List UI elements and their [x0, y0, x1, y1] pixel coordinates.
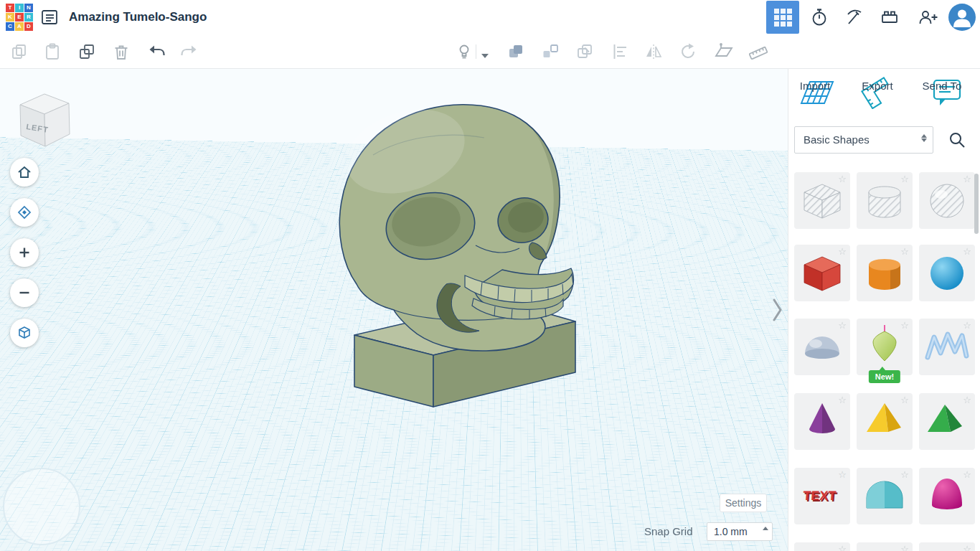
shape-category-select[interactable]: Basic Shapes	[794, 126, 933, 154]
redo-icon[interactable]	[179, 42, 198, 64]
group-colors-icon[interactable]	[575, 42, 594, 64]
shape-tile-box-hole[interactable]: ☆	[794, 172, 850, 229]
shape-tile-paraboloid[interactable]: ☆	[919, 468, 975, 524]
shape-tile-cone[interactable]: ☆	[794, 393, 850, 450]
logo-letter: I	[15, 4, 24, 12]
shape-tile-sphere[interactable]: ☆	[919, 245, 975, 301]
lightbulb-caret-icon[interactable]	[481, 49, 489, 62]
shape-tile-text[interactable]: ☆ TEXT TEXT	[794, 468, 850, 524]
perspective-toggle-button[interactable]	[10, 319, 39, 347]
tinkercad-logo[interactable]: T I N K E R C A D	[6, 4, 33, 31]
logo-letter: K	[6, 13, 14, 22]
pickaxe-icon[interactable]	[844, 7, 864, 30]
stopwatch-icon[interactable]	[809, 7, 829, 30]
snap-grid-label: Snap Grid	[644, 522, 693, 541]
shapes-panel: Basic Shapes ☆ ☆	[788, 69, 980, 551]
search-shapes-icon[interactable]	[948, 131, 968, 151]
ruler-icon[interactable]	[749, 42, 768, 64]
align-icon[interactable]	[611, 42, 630, 64]
copy-icon[interactable]	[10, 42, 29, 64]
fit-view-button[interactable]	[10, 198, 39, 227]
shape-tile-tetrahedron[interactable]: ☆	[919, 393, 975, 450]
panel-scrollbar[interactable]	[974, 174, 979, 234]
shape-tile-scribble[interactable]: ☆	[919, 319, 975, 375]
zoom-out-button[interactable]	[10, 278, 39, 307]
shape-tile-top[interactable]: ☆ New!	[857, 319, 913, 375]
send-to-button[interactable]: Send To	[915, 76, 969, 96]
workplane-icon[interactable]	[715, 42, 733, 64]
logo-letter: R	[24, 13, 33, 22]
logo-letter: A	[15, 22, 24, 31]
export-button[interactable]: Export	[855, 76, 900, 96]
logo-letter: D	[24, 22, 33, 31]
logo-letter: E	[15, 13, 24, 22]
viewport-3d[interactable]: LEFT	[0, 69, 788, 551]
flip-icon[interactable]	[644, 42, 663, 64]
new-badge: New!	[869, 370, 900, 383]
brick-icon[interactable]	[880, 7, 900, 30]
account-avatar[interactable]	[948, 4, 976, 31]
collapse-panel-chevron-icon[interactable]	[772, 297, 783, 326]
group-icon[interactable]	[507, 42, 525, 64]
home-view-button[interactable]	[10, 158, 39, 187]
shape-tile[interactable]: ☆	[794, 542, 850, 551]
snap-grid-select[interactable]: 1.0 mm	[707, 522, 773, 541]
settings-button[interactable]: Settings	[720, 494, 767, 512]
favorite-star-icon[interactable]: ☆	[900, 544, 909, 551]
logo-letter: T	[6, 4, 14, 12]
delete-icon[interactable]	[112, 42, 131, 64]
import-button[interactable]: Import	[792, 76, 838, 96]
toolbar-divider	[476, 44, 476, 59]
design-title[interactable]: Amazing Tumelo-Sango	[69, 0, 207, 34]
logo-letter: N	[24, 4, 33, 12]
shape-tile-cylinder-hole[interactable]: ☆	[857, 172, 913, 229]
shape-tile-pyramid[interactable]: ☆	[857, 393, 913, 450]
favorite-star-icon[interactable]: ☆	[963, 544, 971, 551]
text-shape-glyph: TEXT	[803, 489, 837, 503]
lightbulb-icon[interactable]	[455, 42, 473, 64]
main-toolbar: Import Export Send To	[0, 34, 980, 69]
skull-model[interactable]	[0, 69, 788, 551]
favorite-star-icon[interactable]: ☆	[838, 544, 847, 551]
shape-category-value: Basic Shapes	[804, 127, 870, 153]
rotate-icon[interactable]	[679, 42, 697, 64]
snap-grid-value: 1.0 mm	[714, 523, 748, 540]
shape-tile-box[interactable]: ☆	[794, 245, 850, 301]
duplicate-icon[interactable]	[77, 42, 96, 64]
tinkercad-app: T I N K E R C A D Amazing Tumelo-Sango	[0, 0, 980, 551]
logo-letter: C	[6, 22, 14, 31]
add-person-icon[interactable]	[917, 7, 938, 30]
shape-tile[interactable]: ☆	[857, 542, 913, 551]
undo-icon[interactable]	[148, 42, 166, 64]
shape-tile-cylinder[interactable]: ☆	[857, 245, 913, 301]
shape-tile-sphere-hole[interactable]: ☆	[919, 172, 975, 229]
shape-tile-round-roof[interactable]: ☆	[857, 468, 913, 524]
shape-tile[interactable]: ☆	[919, 542, 975, 551]
ungroup-icon[interactable]	[541, 42, 560, 64]
header-bar: T I N K E R C A D Amazing Tumelo-Sango	[0, 0, 980, 34]
orbit-ring[interactable]	[3, 468, 80, 545]
designs-grid-icon[interactable]	[766, 1, 799, 34]
snap-grid-caret-icon[interactable]	[761, 526, 770, 531]
design-menu-icon[interactable]	[40, 8, 59, 29]
view-cube[interactable]: LEFT	[11, 85, 77, 152]
shape-tile-half-sphere[interactable]: ☆	[794, 319, 850, 375]
zoom-in-button[interactable]	[10, 238, 39, 267]
select-caret-icon	[920, 133, 928, 143]
paste-icon[interactable]	[43, 42, 62, 64]
